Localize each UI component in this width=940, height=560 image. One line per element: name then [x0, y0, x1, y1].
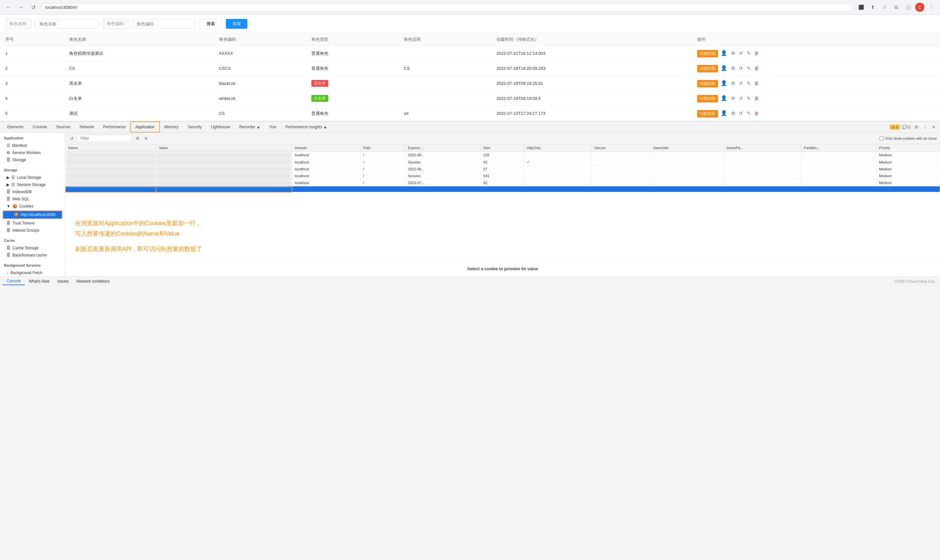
tab-recorder[interactable]: Recorder ▲: [235, 122, 265, 132]
bottom-tab-whatsnew[interactable]: What's New: [25, 278, 54, 285]
delete-icon-btn-3[interactable]: 🗑: [753, 95, 760, 102]
cookie-filter-icon-button[interactable]: ⧉: [135, 135, 140, 142]
cookie-refresh-button[interactable]: ↺: [69, 135, 75, 142]
tab-performance[interactable]: Performance: [98, 122, 130, 132]
sidebar-item-indexeddb[interactable]: 🗄 IndexedDB: [0, 188, 65, 195]
refresh-icon-btn-2[interactable]: ↺: [738, 80, 744, 86]
back-button[interactable]: ←: [4, 3, 13, 12]
refresh-button[interactable]: ↺: [29, 3, 38, 12]
edit-icon-btn-0[interactable]: ✎: [746, 50, 752, 57]
role-code-input[interactable]: [132, 19, 196, 29]
tab-performance-insights[interactable]: Performance insights ▲: [281, 122, 332, 132]
sidebar-item-background-fetch[interactable]: ↓ Background Fetch: [0, 269, 65, 276]
sidebar-item-trust-tokens[interactable]: 🗄 Trust Tokens: [0, 220, 65, 227]
action-btn-3[interactable]: 功能权限: [697, 95, 718, 103]
cookie-row[interactable]: localhost / Session 42 ✓ Medium: [66, 158, 940, 166]
devtools-more-icon[interactable]: ⋮: [921, 123, 929, 131]
tab-elements[interactable]: Elements: [3, 122, 28, 132]
tab-security[interactable]: Security: [183, 122, 206, 132]
cookie-filter-input[interactable]: [77, 135, 132, 142]
cell-type-3: 白名单: [306, 91, 398, 106]
action-btn-4[interactable]: 功能权限: [697, 110, 718, 117]
session-storage-icon: ☰: [11, 182, 15, 187]
forward-button[interactable]: →: [16, 3, 25, 12]
devtools-settings-icon[interactable]: ⚙: [912, 123, 920, 131]
user-icon-btn-2[interactable]: 👤: [719, 79, 729, 87]
cookie-cell-priority-0: Medium: [876, 152, 940, 158]
filter-bar: 角色名称 角色编码 搜索 添加: [0, 15, 940, 33]
type-badge-2: 黑名单: [311, 80, 328, 87]
delete-icon-btn-4[interactable]: 🗑: [753, 110, 760, 117]
delete-icon-btn-0[interactable]: 🗑: [753, 50, 760, 57]
add-button[interactable]: 添加: [226, 19, 248, 29]
refresh-icon-btn-4[interactable]: ↺: [738, 110, 744, 117]
bg-fetch-icon: ↓: [6, 271, 8, 275]
cookie-row[interactable]: localhost / 2023-07... 82 Medium: [66, 180, 940, 186]
search-button[interactable]: 搜索: [200, 18, 222, 29]
extensions2-icon[interactable]: ⧉: [892, 3, 901, 12]
menu-icon[interactable]: ⋮: [927, 3, 936, 12]
settings-icon-btn-4[interactable]: ⚙: [730, 110, 737, 117]
sidebar-item-manifest[interactable]: ☰ Manifest: [0, 142, 65, 149]
cookie-row[interactable]: localhost / Session 541 Medium: [66, 172, 940, 180]
cookie-cell-samesite-4: [651, 180, 724, 186]
sidebar-item-back-forward-cache[interactable]: 🗄 Back/forward cache: [0, 252, 65, 259]
tab-network[interactable]: Network: [75, 122, 98, 132]
bottom-tab-console[interactable]: Console: [3, 277, 25, 285]
sidebar-item-service-workers[interactable]: ⚙ Service Workers: [0, 149, 65, 156]
settings-icon-btn-3[interactable]: ⚙: [730, 95, 737, 102]
edit-icon-btn-1[interactable]: ✎: [746, 65, 752, 71]
trust-tokens-icon: 🗄: [6, 221, 11, 226]
cookie-new-row[interactable]: [66, 186, 940, 192]
delete-icon-btn-2[interactable]: 🗑: [753, 80, 760, 86]
bottom-tab-network-conditions[interactable]: Network conditions: [72, 278, 113, 285]
cookie-cell-path-0: /: [360, 152, 405, 158]
user-icon-btn-0[interactable]: 👤: [719, 49, 729, 57]
share-icon[interactable]: ⬆: [868, 3, 877, 12]
sidebar-item-cookies[interactable]: ▼ 🍪 Cookies: [0, 203, 65, 210]
tab-vue[interactable]: Vue: [265, 122, 281, 132]
edit-icon-btn-3[interactable]: ✎: [746, 95, 752, 102]
tab-application[interactable]: Application: [130, 122, 160, 132]
extensions-icon[interactable]: ⬛: [857, 3, 866, 12]
sidebar-item-storage[interactable]: 🗄 Storage: [0, 156, 65, 163]
bookmark-icon[interactable]: ☆: [880, 3, 889, 12]
refresh-icon-btn-0[interactable]: ↺: [738, 50, 744, 57]
cookie-row[interactable]: localhost / 2022-08... 57 Medium: [66, 166, 940, 172]
cookie-preview-footer: Select a cookie to preview its value: [65, 261, 940, 276]
user-icon-btn-1[interactable]: 👤: [719, 64, 729, 72]
interest-groups-label: Interest Groups: [12, 228, 40, 233]
sidebar-item-local-storage[interactable]: ▶ ☰ Local Storage: [0, 174, 65, 181]
edit-icon-btn-2[interactable]: ✎: [746, 80, 752, 86]
sidebar-item-web-sql[interactable]: 🗄 Web SQL: [0, 195, 65, 203]
cookie-row[interactable]: localhost / 2022-08... 225 Medium: [66, 152, 940, 158]
user-avatar[interactable]: C: [915, 3, 924, 12]
address-bar[interactable]: localhost:8080/#/: [41, 3, 853, 11]
cookie-issue-checkbox[interactable]: [880, 136, 884, 141]
user-icon-btn-3[interactable]: 👤: [719, 94, 729, 102]
sidebar-item-cache-storage[interactable]: 🗄 Cache Storage: [0, 245, 65, 252]
action-btn-0[interactable]: 功能权限: [697, 50, 718, 57]
sidebar-item-interest-groups[interactable]: 🗄 Interest Groups: [0, 227, 65, 234]
delete-icon-btn-1[interactable]: 🗑: [753, 65, 760, 71]
role-name-input[interactable]: [35, 19, 98, 29]
devtools-close-button[interactable]: ✕: [930, 123, 937, 131]
user-icon-btn-4[interactable]: 👤: [719, 109, 729, 117]
bottom-tab-issues[interactable]: Issues: [54, 278, 73, 285]
sidebar-item-session-storage[interactable]: ▶ ☰ Session Storage: [0, 181, 65, 188]
refresh-icon-btn-3[interactable]: ↺: [738, 95, 744, 102]
settings-icon-btn-1[interactable]: ⚙: [730, 65, 737, 71]
tab-memory[interactable]: Memory: [160, 122, 183, 132]
window-icon[interactable]: ⬜: [903, 3, 912, 12]
tab-lighthouse[interactable]: Lighthouse: [206, 122, 235, 132]
cookie-clear-filter-button[interactable]: ✕: [143, 135, 149, 142]
settings-icon-btn-0[interactable]: ⚙: [730, 50, 737, 57]
refresh-icon-btn-1[interactable]: ↺: [738, 65, 744, 71]
tab-sources[interactable]: Sources: [52, 122, 75, 132]
action-btn-1[interactable]: 功能权限: [697, 65, 718, 72]
action-btn-2[interactable]: 功能权限: [697, 80, 718, 88]
settings-icon-btn-2[interactable]: ⚙: [730, 80, 737, 86]
tab-console[interactable]: Console: [28, 122, 52, 132]
edit-icon-btn-4[interactable]: ✎: [746, 110, 752, 117]
sidebar-item-localhost[interactable]: 🍪 http://localhost:8080: [3, 211, 62, 219]
